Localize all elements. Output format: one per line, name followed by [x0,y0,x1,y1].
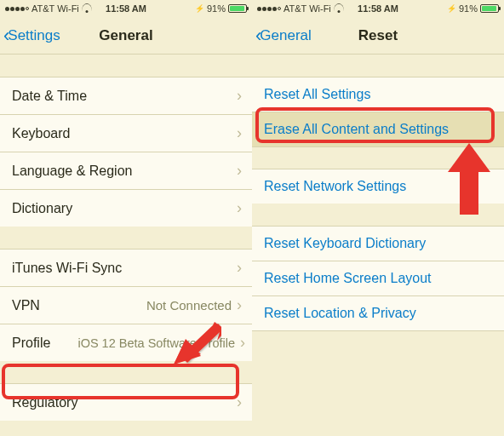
battery-percent: 91% [207,3,226,14]
row-label: Reset Location & Privacy [264,306,416,321]
row-detail: Not Connected [146,298,232,313]
row-label: Reset All Settings [264,87,370,102]
chevron-right-icon: › [237,199,242,217]
row-erase-all-content[interactable]: Erase All Content and Settings [252,112,504,147]
battery-percent: 91% [459,3,478,14]
reset-list: Reset All Settings Erase All Content and… [252,54,504,331]
chevron-right-icon: › [237,259,242,277]
row-label: Date & Time [12,89,87,104]
battery-icon [228,4,247,13]
page-title: General [99,27,152,44]
wifi-icon [82,5,92,13]
back-label: Settings [8,27,60,44]
charging-icon: ⚡ [195,4,204,13]
charging-icon: ⚡ [447,4,456,13]
wifi-icon [334,5,344,13]
row-reset-location-privacy[interactable]: Reset Location & Privacy [252,295,504,331]
row-language-region[interactable]: Language & Region › [0,152,252,190]
chevron-right-icon: › [237,162,242,180]
phone-general-settings: AT&T Wi-Fi 11:58 AM ⚡ 91% ‹ Settings Gen… [0,0,252,436]
row-reset-network[interactable]: Reset Network Settings [252,169,504,204]
row-label: Reset Keyboard Dictionary [264,236,426,251]
row-dictionary[interactable]: Dictionary › [0,189,252,227]
row-keyboard[interactable]: Keyboard › [0,114,252,152]
row-date-time[interactable]: Date & Time › [0,77,252,115]
carrier-label: AT&T Wi-Fi [284,3,331,14]
status-bar: AT&T Wi-Fi 11:58 AM ⚡ 91% [252,0,504,17]
row-profile[interactable]: Profile iOS 12 Beta Software Profile › [0,324,252,362]
nav-bar: ‹ Settings General [0,17,252,54]
signal-dots-icon [257,7,281,11]
row-label: VPN [12,298,40,313]
row-regulatory[interactable]: Regulatory › [0,383,252,422]
chevron-right-icon: › [237,87,242,105]
row-reset-all-settings[interactable]: Reset All Settings [252,77,504,112]
row-label: Reset Network Settings [264,179,406,194]
row-label: Keyboard [12,126,71,141]
chevron-right-icon: › [237,393,242,411]
back-button[interactable]: ‹ Settings [0,26,60,45]
back-label: General [260,27,311,44]
settings-list: Date & Time › Keyboard › Language & Regi… [0,54,252,436]
row-vpn[interactable]: VPN Not Connected › [0,286,252,324]
row-label: Regulatory [12,395,77,410]
carrier-label: AT&T Wi-Fi [32,3,79,14]
row-itunes-wifi-sync[interactable]: iTunes Wi-Fi Sync › [0,249,252,287]
page-title: Reset [358,27,398,44]
row-label: Reset Home Screen Layout [264,271,432,286]
battery-icon [480,4,499,13]
row-reset-home-screen[interactable]: Reset Home Screen Layout [252,261,504,296]
nav-bar: ‹ General Reset [252,17,504,54]
back-button[interactable]: ‹ General [252,26,312,45]
row-detail: iOS 12 Beta Software Profile [77,336,235,350]
phone-reset-settings: AT&T Wi-Fi 11:58 AM ⚡ 91% ‹ General Rese… [252,0,504,436]
signal-dots-icon [5,7,29,11]
chevron-right-icon: › [237,296,242,314]
status-bar: AT&T Wi-Fi 11:58 AM ⚡ 91% [0,0,252,17]
row-label: Profile [12,336,50,351]
clock-label: 11:58 AM [358,3,398,14]
row-label: Language & Region [12,164,132,179]
row-reset-keyboard-dictionary[interactable]: Reset Keyboard Dictionary [252,226,504,261]
row-label: iTunes Wi-Fi Sync [12,261,122,276]
row-label: Dictionary [12,201,72,216]
chevron-right-icon: › [237,124,242,142]
row-label: Erase All Content and Settings [264,122,449,137]
clock-label: 11:58 AM [106,3,146,14]
chevron-right-icon: › [240,334,245,352]
